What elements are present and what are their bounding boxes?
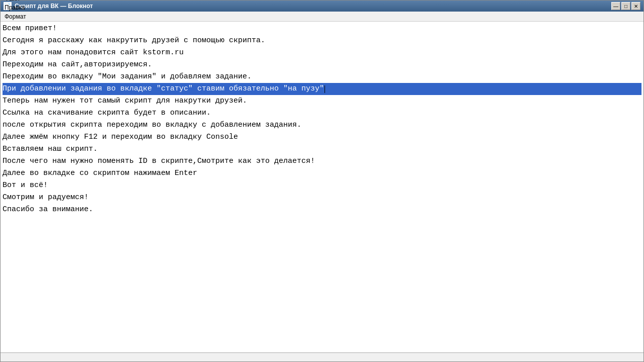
text-line-6: Теперь нам нужен тот самый скрипт для на… [3, 95, 641, 107]
text-cursor [325, 85, 325, 93]
close-button[interactable]: ✕ [631, 2, 640, 10]
text-line-2: Для этого нам понадовится сайт kstorm.ru [3, 47, 641, 59]
title-bar-buttons: — □ ✕ [611, 2, 640, 10]
notepad-window: 📄 Скрипт для ВК — Блокнот — □ ✕ ФайлПрав… [0, 0, 644, 362]
text-content[interactable]: Всем привет!Сегодня я расскажу как накру… [3, 23, 641, 216]
maximize-button[interactable]: □ [621, 2, 630, 10]
menu-bar: ФайлПравкаФорматВидСправка [1, 12, 643, 22]
text-line-8: после открытия скрипта переходим во вкла… [3, 119, 641, 131]
status-bar [1, 352, 643, 361]
text-line-4: Переходим во вкладку "Мои задания" и доб… [3, 71, 641, 83]
text-line-1: Сегодня я расскажу как накрутить друзей … [3, 35, 641, 47]
text-line-10: Вставляем наш скрипт. [3, 143, 641, 155]
minimize-button[interactable]: — [611, 2, 620, 10]
text-line-14: Смотрим и радуемся! [3, 192, 641, 204]
menu-item-правка[interactable]: Правка [1, 3, 32, 12]
text-line-5: При добавлении задания во вкладке "стату… [3, 83, 641, 95]
editor-area[interactable]: Всем привет!Сегодня я расскажу как накру… [1, 22, 643, 352]
text-line-12: Далее во вкладке со скриптом нажимаем En… [3, 167, 641, 179]
text-line-0: Всем привет! [3, 23, 641, 35]
menu-item-формат[interactable]: Формат [1, 12, 32, 21]
text-line-15: Спасибо за внимание. [3, 204, 641, 216]
title-bar: 📄 Скрипт для ВК — Блокнот — □ ✕ [1, 1, 643, 12]
text-line-3: Переходим на сайт,авторизируемся. [3, 59, 641, 71]
text-line-11: После чего нам нужно поменять ID в скрип… [3, 155, 641, 167]
text-line-7: Ссылка на скачивание скрипта будет в опи… [3, 107, 641, 119]
text-line-9: Далее жмём кнопку F12 и переходим во вкл… [3, 131, 641, 143]
text-line-13: Вот и всё! [3, 179, 641, 192]
